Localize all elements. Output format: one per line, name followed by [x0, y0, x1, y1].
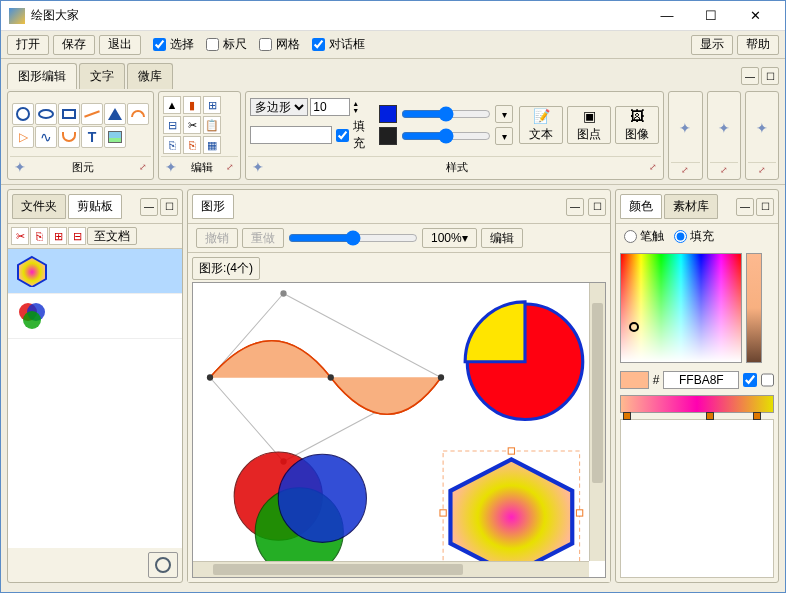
arc-tool[interactable] — [127, 103, 149, 125]
line-tool[interactable] — [81, 103, 103, 125]
ruler-checkbox[interactable]: 标尺 — [206, 36, 247, 53]
clip-item-hexagon[interactable] — [8, 249, 182, 294]
image-tool[interactable] — [104, 126, 126, 148]
delete-icon[interactable]: ⊟ — [68, 227, 86, 245]
undo-button[interactable]: 撤销 — [196, 228, 238, 248]
hex-input[interactable] — [663, 371, 739, 389]
color-field[interactable] — [620, 253, 742, 363]
stroke-slider[interactable] — [401, 106, 491, 122]
canvas-edit-button[interactable]: 编辑 — [481, 228, 523, 248]
open-button[interactable]: 打开 — [7, 35, 49, 55]
ribbon-minimize-button[interactable]: — — [741, 67, 759, 85]
paste-icon[interactable]: ⊞ — [49, 227, 67, 245]
expand-icon[interactable]: ⤢ — [720, 165, 728, 175]
fill-more[interactable]: ▾ — [495, 127, 513, 145]
polygon-sides-input[interactable] — [310, 98, 350, 116]
panel-max-button[interactable]: ☐ — [160, 198, 178, 216]
group-icon[interactable]: ⊞ — [203, 96, 221, 114]
style-image-button[interactable]: 🖼图像 — [615, 106, 659, 144]
expand-icon[interactable]: ⤢ — [139, 162, 147, 172]
horizontal-scrollbar[interactable] — [193, 561, 589, 577]
hue-bar[interactable] — [746, 253, 762, 363]
gradient-stop-1[interactable] — [623, 412, 631, 420]
tab-color[interactable]: 颜色 — [620, 194, 662, 219]
stepper-down[interactable]: ▼ — [352, 107, 359, 114]
fill-color-swatch[interactable] — [379, 127, 397, 145]
panel-min-button[interactable]: — — [736, 198, 754, 216]
polyline-tool[interactable]: ▷ — [12, 126, 34, 148]
wand-icon[interactable]: ✦ — [14, 159, 26, 175]
gradient-strip[interactable] — [620, 395, 774, 413]
wand-icon[interactable]: ✦ — [756, 120, 768, 136]
maximize-button[interactable]: ☐ — [689, 2, 733, 30]
wave-tool[interactable]: ∿ — [35, 126, 57, 148]
panel-min-button[interactable]: — — [140, 198, 158, 216]
tab-clipboard[interactable]: 剪贴板 — [68, 194, 122, 219]
fill-slider[interactable] — [401, 128, 491, 144]
stroke-radio[interactable]: 笔触 — [624, 228, 664, 245]
color-check-2[interactable] — [761, 373, 774, 387]
wand-icon[interactable]: ✦ — [718, 120, 730, 136]
vertical-scrollbar[interactable] — [589, 283, 605, 561]
line-style-select[interactable] — [250, 126, 332, 144]
triangle-tool[interactable] — [104, 103, 126, 125]
minimize-button[interactable]: — — [645, 2, 689, 30]
grid-checkbox[interactable]: 网格 — [259, 36, 300, 53]
close-button[interactable]: ✕ — [733, 2, 777, 30]
color-check-1[interactable] — [743, 373, 756, 387]
select-checkbox[interactable]: 选择 — [153, 36, 194, 53]
style-point-button[interactable]: ▣图点 — [567, 106, 611, 144]
cut-icon[interactable]: ✂ — [11, 227, 29, 245]
paste-icon[interactable]: 📋 — [203, 116, 221, 134]
order-icon[interactable]: ⊟ — [163, 116, 181, 134]
gradient-stop-3[interactable] — [753, 412, 761, 420]
shape-type-select[interactable]: 多边形 — [250, 98, 308, 116]
clip-item-venn[interactable] — [8, 294, 182, 339]
tab-text[interactable]: 文字 — [79, 63, 125, 89]
duplicate-icon[interactable]: ⎘ — [183, 136, 201, 154]
ribbon-close-button[interactable]: ☐ — [761, 67, 779, 85]
drawing-canvas[interactable] — [192, 282, 606, 578]
circle-tool[interactable] — [12, 103, 34, 125]
align-icon[interactable]: ▮ — [183, 96, 201, 114]
layer-icon[interactable]: ▲ — [163, 96, 181, 114]
to-doc-button[interactable]: 至文档 — [87, 227, 137, 245]
stroke-more[interactable]: ▾ — [495, 105, 513, 123]
wand-icon[interactable]: ✦ — [165, 159, 177, 175]
exit-button[interactable]: 退出 — [99, 35, 141, 55]
copy-icon[interactable]: ⎘ — [30, 227, 48, 245]
dialog-checkbox[interactable]: 对话框 — [312, 36, 365, 53]
gradient-stop-2[interactable] — [706, 412, 714, 420]
canvas-max-button[interactable]: ☐ — [588, 198, 606, 216]
fill-checkbox[interactable]: 填充 — [336, 118, 373, 152]
text-tool[interactable]: T — [81, 126, 103, 148]
expand-icon[interactable]: ⤢ — [226, 162, 234, 172]
copy-icon[interactable]: ⎘ — [163, 136, 181, 154]
save-button[interactable]: 保存 — [53, 35, 95, 55]
panel-max-button[interactable]: ☐ — [756, 198, 774, 216]
wand-icon[interactable]: ✦ — [679, 120, 691, 136]
stroke-color-swatch[interactable] — [379, 105, 397, 123]
stepper-up[interactable]: ▲ — [352, 100, 359, 107]
tab-folder[interactable]: 文件夹 — [12, 194, 66, 219]
tab-material[interactable]: 素材库 — [664, 194, 718, 219]
zoom-level[interactable]: 100% ▾ — [422, 228, 477, 248]
delete-icon[interactable]: ▦ — [203, 136, 221, 154]
expand-icon[interactable]: ⤢ — [758, 165, 766, 175]
canvas-min-button[interactable]: — — [566, 198, 584, 216]
zoom-slider[interactable] — [288, 230, 418, 246]
shape-preview-button[interactable] — [148, 552, 178, 578]
tab-micro-lib[interactable]: 微库 — [127, 63, 173, 89]
canvas-tab[interactable]: 图形 — [192, 194, 234, 219]
fill-radio[interactable]: 填充 — [674, 228, 714, 245]
show-button[interactable]: 显示 — [691, 35, 733, 55]
tab-shape-edit[interactable]: 图形编辑 — [7, 63, 77, 89]
curve-tool[interactable] — [58, 126, 80, 148]
scissors-icon[interactable]: ✂ — [183, 116, 201, 134]
help-button[interactable]: 帮助 — [737, 35, 779, 55]
expand-icon[interactable]: ⤢ — [681, 165, 689, 175]
redo-button[interactable]: 重做 — [242, 228, 284, 248]
ellipse-tool[interactable] — [35, 103, 57, 125]
expand-icon[interactable]: ⤢ — [649, 162, 657, 172]
rectangle-tool[interactable] — [58, 103, 80, 125]
